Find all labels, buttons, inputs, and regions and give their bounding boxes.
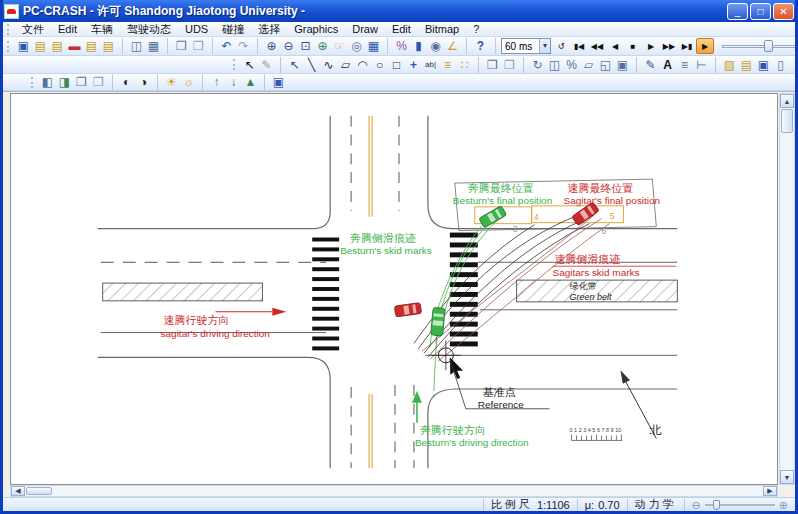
scroll-right-icon[interactable]: ▶ [763, 486, 777, 496]
vertical-scroll-thumb[interactable] [781, 109, 793, 133]
save-drawing-icon[interactable]: ▣ [755, 57, 772, 73]
chevron-down-icon[interactable]: ▾ [539, 39, 550, 53]
mirror-icon[interactable]: ◫ [546, 57, 563, 73]
reference-label-en[interactable]: Reference [478, 399, 524, 410]
play-to-impact-button[interactable]: ▶ [696, 38, 714, 54]
play-button[interactable]: ▶ [642, 38, 660, 54]
menu-driving-dynamics[interactable]: 驾驶动态 [120, 22, 178, 37]
drawing-sheet[interactable]: 绿化带 Green belt [10, 93, 778, 485]
values-table-icon[interactable]: ▦ [365, 38, 382, 54]
text-tool-icon[interactable]: ab| [422, 57, 439, 73]
step-back-button[interactable]: ◀ [606, 38, 624, 54]
crosswalk-tool-icon[interactable]: ∷ [456, 57, 473, 73]
horizontal-scroll-thumb[interactable] [26, 487, 52, 495]
stop-button[interactable]: ■ [624, 38, 642, 54]
zoom-slider-thumb[interactable] [713, 500, 720, 510]
line-icon[interactable]: ╲ [303, 57, 320, 73]
green-belt-label-cn[interactable]: 绿化带 [570, 281, 597, 291]
open-project-icon[interactable]: ▤ [32, 38, 49, 54]
open-custom-icon[interactable]: ▤ [100, 38, 117, 54]
open-dxf-icon[interactable]: ▤ [49, 38, 66, 54]
terrain-icon[interactable]: ▲ [242, 74, 259, 90]
stamp-icon[interactable]: ✎ [636, 57, 659, 73]
undo-icon[interactable]: ↶ [212, 38, 235, 54]
vertical-scroll-track[interactable] [780, 134, 794, 470]
zoom-window-icon[interactable]: ⊡ [297, 38, 314, 54]
crop-icon[interactable]: ◱ [597, 57, 614, 73]
fast-rewind-button[interactable]: ◀◀ [588, 38, 606, 54]
zoom-in-icon[interactable]: ⊕ [257, 38, 280, 54]
jump-end-button[interactable]: ▶▮ [678, 38, 696, 54]
print-preview-icon[interactable]: ◫ [122, 38, 145, 54]
select-path-icon[interactable]: ↖ [280, 57, 303, 73]
replay-collision-button[interactable]: ↺ [552, 38, 570, 54]
slope-angle-icon[interactable]: ∠ [444, 38, 461, 54]
menu-options[interactable]: 选择 [251, 22, 287, 37]
save-icon[interactable]: ▣ [15, 38, 32, 54]
rotate-icon[interactable]: ↻ [523, 57, 546, 73]
select-icon[interactable]: ↖ [241, 57, 258, 73]
zoom-extents-icon[interactable]: ⊕ [314, 38, 331, 54]
zoom-in-button[interactable]: ⊕ [779, 500, 788, 510]
open-vehicle-icon[interactable]: ▤ [83, 38, 100, 54]
open-drawing-icon[interactable]: ▤ [738, 57, 755, 73]
skew-icon[interactable]: ▱ [580, 57, 597, 73]
redo-icon[interactable]: ↷ [235, 38, 252, 54]
brightness-up-icon[interactable]: ☀ [157, 74, 180, 90]
menu-draw[interactable]: Draw [345, 23, 385, 35]
menu-uds[interactable]: UDS [178, 23, 215, 35]
pan-icon[interactable]: ☞ [331, 38, 348, 54]
layers-icon[interactable]: ≡ [676, 57, 693, 73]
scale-icon[interactable]: % [563, 57, 580, 73]
saturation-down-icon[interactable]: ↓ [225, 74, 242, 90]
horizontal-scroll-track[interactable] [53, 486, 763, 496]
time-slider-thumb[interactable] [764, 40, 773, 52]
saturation-up-icon[interactable]: ↑ [202, 74, 225, 90]
contrast-up-icon[interactable]: ◐ [112, 74, 135, 90]
menu-vehicle[interactable]: 车辆 [84, 22, 120, 37]
time-slider[interactable] [720, 38, 798, 54]
menu-edit[interactable]: Edit [51, 23, 84, 35]
diagram-icon[interactable]: ▮ [410, 38, 427, 54]
extrude-icon[interactable]: ▣ [614, 57, 631, 73]
menu-impact[interactable]: 碰撞 [215, 22, 251, 37]
paste-icon[interactable]: ❐ [190, 38, 207, 54]
arc-icon[interactable]: ◠ [354, 57, 371, 73]
close-button[interactable]: ✕ [773, 3, 794, 20]
vehicle-database-icon[interactable]: ▬ [66, 38, 83, 54]
menu-file[interactable]: 文件 [15, 22, 51, 37]
maximize-button[interactable]: □ [750, 3, 771, 20]
follow-vehicle-icon[interactable]: ◎ [348, 38, 365, 54]
scroll-left-icon[interactable]: ◀ [11, 486, 25, 496]
reference-label-cn[interactable]: 基准点 [483, 386, 516, 398]
camera-icon[interactable]: ◉ [427, 38, 444, 54]
lane-marking-icon[interactable]: ≡ [439, 57, 456, 73]
contrast-down-icon[interactable]: ◑ [135, 74, 152, 90]
vertical-scrollbar[interactable]: ▲ ▼ [779, 93, 795, 485]
menu-help[interactable]: ? [466, 23, 486, 35]
rectangle-icon[interactable]: □ [388, 57, 405, 73]
help-icon[interactable]: ? [466, 38, 489, 54]
zoom-slider[interactable] [705, 500, 775, 510]
fast-forward-button[interactable]: ▶▶ [660, 38, 678, 54]
display-options-icon[interactable]: ▣ [264, 74, 287, 90]
slope-down-icon[interactable]: ◨ [56, 74, 73, 90]
scroll-up-icon[interactable]: ▲ [780, 94, 794, 108]
slope-up-icon[interactable]: ◧ [39, 74, 56, 90]
copy-object-icon[interactable]: ❐ [478, 57, 501, 73]
menu-graphics[interactable]: Graphics [287, 23, 345, 35]
zoom-out-icon[interactable]: ⊖ [280, 38, 297, 54]
paste-surface-icon[interactable]: ❐ [90, 74, 107, 90]
print-icon[interactable]: ▦ [145, 38, 162, 54]
scroll-down-icon[interactable]: ▼ [780, 470, 794, 484]
polyline-icon[interactable]: ∿ [320, 57, 337, 73]
polygon-icon[interactable]: ▱ [337, 57, 354, 73]
copy-icon[interactable]: ❐ [167, 38, 190, 54]
point-icon[interactable]: + [405, 57, 422, 73]
minimize-button[interactable]: _ [727, 3, 748, 20]
jump-start-button[interactable]: ▮◀ [570, 38, 588, 54]
moment-icon[interactable]: % [387, 38, 410, 54]
green-belt-label-en[interactable]: Green belt [570, 292, 612, 302]
sagitar-impact-car[interactable] [394, 303, 421, 317]
zoom-out-button[interactable]: ⊖ [692, 500, 701, 510]
